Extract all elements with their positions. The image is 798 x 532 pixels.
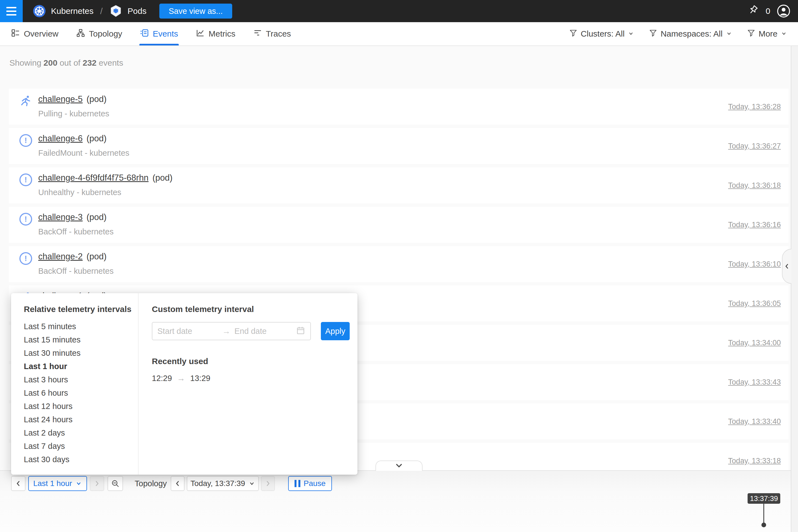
event-row: challenge-5(pod)Pulling - kubernetesToda… [9, 89, 788, 125]
event-timestamp-link[interactable]: Today, 13:36:27 [728, 128, 781, 164]
range-arrow-icon: → [177, 374, 185, 383]
interval-option-last-30-days[interactable]: Last 30 days [24, 453, 138, 466]
pause-icon [294, 480, 300, 487]
warning-event-icon: ! [19, 213, 32, 226]
interval-option-last-1-hour[interactable]: Last 1 hour [24, 360, 138, 373]
time-next-button[interactable] [261, 476, 275, 491]
interval-prev-button[interactable] [11, 476, 25, 491]
event-object-link[interactable]: challenge-2 [38, 252, 82, 261]
current-time-cursor-handle[interactable] [761, 522, 766, 527]
relative-intervals-title: Relative telemetry intervals [24, 304, 138, 315]
interval-option-last-12-hours[interactable]: Last 12 hours [24, 400, 138, 413]
pin-icon[interactable] [748, 5, 759, 17]
interval-option-last-3-hours[interactable]: Last 3 hours [24, 373, 138, 386]
event-timestamp-link[interactable]: Today, 13:36:16 [728, 207, 781, 243]
apply-button[interactable]: Apply [321, 322, 350, 340]
time-select-button[interactable]: Today, 13:37:39 [187, 476, 259, 491]
date-range-input[interactable]: Start date → End date [152, 322, 311, 340]
view-tabbar: OverviewTopologyEventsMetricsTraces Clus… [0, 22, 798, 46]
event-detail: BackOff - kubernetes [38, 267, 114, 276]
interval-option-last-6-hours[interactable]: Last 6 hours [24, 386, 138, 400]
right-rail [791, 22, 798, 532]
tab-events[interactable]: Events [140, 22, 178, 45]
tab-label: Events [153, 29, 178, 39]
interval-option-last-30-minutes[interactable]: Last 30 minutes [24, 346, 138, 360]
event-timestamp-link[interactable]: Today, 13:33:43 [728, 364, 781, 400]
event-object-link[interactable]: challenge-3 [38, 212, 82, 222]
top-bar: Kubernetes / Pods Save view as... 0 [0, 0, 798, 22]
interval-option-last-15-minutes[interactable]: Last 15 minutes [24, 333, 138, 346]
chevron-down-icon [628, 29, 634, 39]
interval-select-button[interactable]: Last 1 hour [28, 476, 87, 491]
tab-label: Topology [89, 29, 122, 39]
user-avatar[interactable] [777, 4, 790, 18]
event-detail: Unhealthy - kubernetes [38, 188, 121, 197]
save-view-button[interactable]: Save view as... [159, 4, 232, 19]
current-time-badge: 13:37:39 [747, 493, 780, 504]
interval-option-last-24-hours[interactable]: Last 24 hours [24, 413, 138, 426]
interval-option-last-2-days[interactable]: Last 2 days [24, 426, 138, 439]
event-timestamp-link[interactable]: Today, 13:36:10 [728, 246, 781, 282]
open-side-panel-button[interactable] [782, 249, 791, 284]
recent-range-item[interactable]: 12:29 → 13:29 [152, 374, 358, 383]
funnel-icon [747, 29, 755, 39]
event-title: challenge-5(pod) [38, 94, 107, 104]
tab-label: Traces [266, 29, 291, 39]
event-object-link[interactable]: challenge-5 [38, 94, 82, 104]
event-row: !challenge-2(pod)BackOff - kubernetesTod… [9, 246, 788, 282]
current-time-cursor[interactable] [763, 504, 764, 525]
relative-intervals-panel: Relative telemetry intervals Last 5 minu… [11, 293, 138, 475]
interval-option-last-5-minutes[interactable]: Last 5 minutes [24, 320, 138, 333]
event-title: challenge-2(pod) [38, 252, 107, 262]
tab-label: Overview [24, 29, 58, 39]
metrics-icon [196, 28, 205, 39]
breadcrumb-separator: / [100, 6, 102, 16]
filter-more[interactable]: More [747, 29, 787, 39]
event-object-kind: (pod) [87, 134, 107, 143]
range-arrow-icon: → [222, 326, 230, 336]
warning-event-icon: ! [19, 134, 32, 147]
pod-icon [109, 4, 122, 18]
custom-interval-panel: Custom telemetry interval Start date → E… [138, 293, 358, 475]
timeline-section-label: Topology [135, 476, 167, 491]
recently-used-title: Recently used [152, 356, 358, 367]
event-timestamp-link[interactable]: Today, 13:36:18 [728, 167, 781, 203]
event-timestamp-link[interactable]: Today, 13:36:05 [728, 285, 781, 321]
event-object-kind: (pod) [87, 94, 107, 104]
breadcrumb-pods[interactable]: Pods [128, 6, 146, 16]
start-date-placeholder: Start date [157, 327, 218, 336]
tab-traces[interactable]: Traces [253, 22, 291, 45]
topology-icon [76, 28, 85, 39]
telemetry-interval-popup: Relative telemetry intervals Last 5 minu… [11, 293, 358, 475]
interval-next-button[interactable] [90, 476, 104, 491]
kubernetes-icon [33, 4, 46, 18]
event-object-link[interactable]: challenge-4-6f9fdf4f75-68rhn [38, 173, 149, 183]
filter-clusters[interactable]: Clusters: All [569, 29, 634, 39]
menu-button[interactable] [0, 0, 23, 22]
tab-overview[interactable]: Overview [11, 22, 58, 45]
zoom-out-button[interactable] [108, 476, 123, 491]
tab-metrics[interactable]: Metrics [196, 22, 235, 45]
tab-label: Metrics [209, 29, 235, 39]
event-detail: FailedMount - kubernetes [38, 149, 129, 158]
warning-event-icon: ! [19, 252, 32, 265]
event-object-kind: (pod) [152, 173, 172, 183]
filter-namespaces[interactable]: Namespaces: All [649, 29, 732, 39]
time-prev-button[interactable] [171, 476, 185, 491]
event-timestamp-link[interactable]: Today, 13:36:28 [728, 89, 781, 125]
tab-topology[interactable]: Topology [76, 22, 122, 45]
filter-label: More [759, 29, 778, 39]
breadcrumb-kubernetes[interactable]: Kubernetes [51, 6, 93, 16]
event-row: !challenge-3(pod)BackOff - kubernetesTod… [9, 207, 788, 243]
running-event-icon [19, 95, 32, 108]
event-timestamp-link[interactable]: Today, 13:34:00 [728, 325, 781, 361]
interval-option-last-7-days[interactable]: Last 7 days [24, 439, 138, 453]
recent-range-to: 13:29 [190, 374, 211, 383]
events-summary: Showing200out of232events [10, 58, 126, 68]
warning-event-icon: ! [19, 173, 32, 186]
pause-button[interactable]: Pause [288, 476, 332, 491]
end-date-placeholder: End date [234, 327, 292, 336]
event-object-link[interactable]: challenge-6 [38, 134, 82, 143]
event-timestamp-link[interactable]: Today, 13:33:40 [728, 403, 781, 439]
expand-timeline-button[interactable] [376, 460, 422, 471]
